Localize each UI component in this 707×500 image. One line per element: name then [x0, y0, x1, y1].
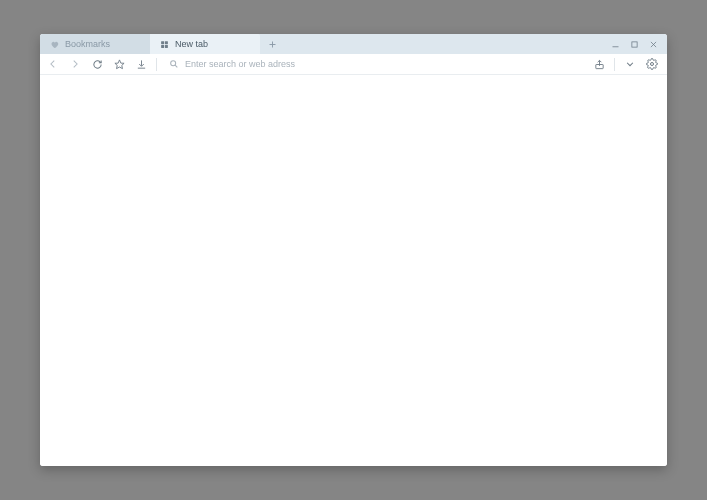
svg-rect-2	[161, 44, 164, 47]
toolbar-divider-right	[614, 58, 615, 71]
svg-line-12	[175, 65, 177, 67]
forward-button[interactable]	[68, 57, 82, 71]
maximize-button[interactable]	[628, 38, 640, 50]
address-input[interactable]	[185, 59, 584, 69]
bookmark-button[interactable]	[112, 57, 126, 71]
svg-rect-3	[165, 44, 168, 47]
tab-label: Bookmarks	[65, 39, 110, 49]
page-content	[40, 75, 667, 466]
window-controls	[609, 34, 667, 54]
search-icon	[169, 59, 179, 69]
share-button[interactable]	[592, 57, 606, 71]
tab-strip: Bookmarks New tab	[40, 34, 667, 54]
settings-button[interactable]	[645, 57, 659, 71]
svg-rect-0	[161, 41, 164, 44]
svg-marker-10	[114, 59, 123, 68]
svg-rect-7	[631, 41, 636, 46]
nav-buttons	[46, 57, 148, 71]
grid-icon	[160, 40, 169, 49]
tabstrip-spacer	[284, 34, 609, 54]
address-bar[interactable]	[165, 59, 584, 69]
tab-new-tab[interactable]: New tab	[150, 34, 260, 54]
new-tab-button[interactable]	[260, 34, 284, 54]
svg-rect-1	[165, 41, 168, 44]
reload-button[interactable]	[90, 57, 104, 71]
download-button[interactable]	[134, 57, 148, 71]
browser-window: Bookmarks New tab	[40, 34, 667, 466]
menu-chevron-button[interactable]	[623, 57, 637, 71]
heart-icon	[50, 40, 59, 49]
tab-bookmarks[interactable]: Bookmarks	[40, 34, 150, 54]
minimize-button[interactable]	[609, 38, 621, 50]
back-button[interactable]	[46, 57, 60, 71]
svg-point-14	[651, 63, 654, 66]
svg-point-11	[171, 61, 176, 66]
toolbar	[40, 54, 667, 75]
close-button[interactable]	[647, 38, 659, 50]
tab-label: New tab	[175, 39, 208, 49]
toolbar-right	[592, 57, 661, 71]
toolbar-divider	[156, 58, 157, 71]
